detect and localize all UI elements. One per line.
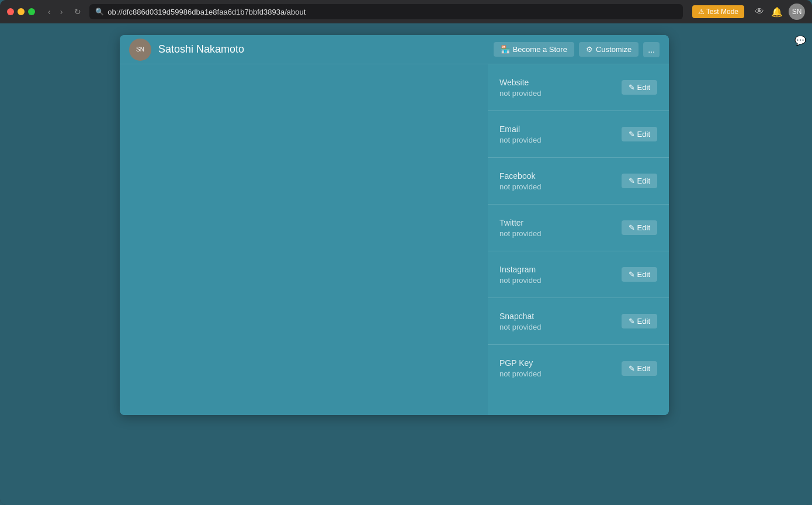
sidebar-chat-icon[interactable]: 💬 bbox=[794, 35, 806, 46]
pgp-value: not provided bbox=[499, 369, 542, 378]
customize-button[interactable]: ⚙ Customize bbox=[579, 42, 639, 57]
website-label: Website bbox=[499, 78, 542, 87]
minimize-button[interactable] bbox=[18, 8, 25, 15]
instagram-content: Instagram not provided bbox=[499, 265, 542, 285]
pgp-edit-button[interactable]: ✎ Edit bbox=[622, 361, 657, 376]
more-button[interactable]: ... bbox=[643, 42, 660, 57]
customize-label: Customize bbox=[596, 45, 631, 54]
instagram-row: Instagram not provided ✎ Edit bbox=[488, 251, 669, 298]
snapchat-row: Snapchat not provided ✎ Edit bbox=[488, 298, 669, 345]
email-label: Email bbox=[499, 124, 542, 134]
email-content: Email not provided bbox=[499, 124, 542, 144]
twitter-label: Twitter bbox=[499, 218, 542, 227]
facebook-label: Facebook bbox=[499, 171, 542, 181]
browser-window: ‹ › ↻ 🔍 ⚠ Test Mode 👁 🔔 SN SN bbox=[0, 0, 812, 505]
user-avatar[interactable]: SN bbox=[789, 4, 805, 20]
page-body: Website not provided ✎ Edit Email not pr… bbox=[120, 64, 669, 415]
profile-header: SN Satoshi Nakamoto 🏪 Become a Store ⚙ C… bbox=[120, 35, 669, 64]
eye-icon-button[interactable]: 👁 bbox=[754, 5, 765, 18]
page-container: SN Satoshi Nakamoto 🏪 Become a Store ⚙ C… bbox=[120, 35, 669, 415]
twitter-row: Twitter not provided ✎ Edit bbox=[488, 205, 669, 251]
become-store-button[interactable]: 🏪 Become a Store bbox=[494, 42, 574, 57]
snapchat-value: not provided bbox=[499, 323, 542, 331]
facebook-edit-button[interactable]: ✎ Edit bbox=[622, 174, 657, 188]
address-bar[interactable] bbox=[107, 8, 676, 16]
store-icon: 🏪 bbox=[501, 45, 510, 54]
right-sidebar: 💬 bbox=[789, 23, 812, 505]
close-button[interactable] bbox=[7, 8, 14, 15]
forward-button[interactable]: › bbox=[57, 6, 67, 18]
facebook-row: Facebook not provided ✎ Edit bbox=[488, 158, 669, 205]
facebook-value: not provided bbox=[499, 182, 542, 191]
twitter-edit-button[interactable]: ✎ Edit bbox=[622, 220, 657, 235]
instagram-value: not provided bbox=[499, 276, 542, 285]
search-icon: 🔍 bbox=[95, 8, 104, 16]
store-label: Become a Store bbox=[513, 45, 567, 54]
test-mode-button[interactable]: ⚠ Test Mode bbox=[692, 5, 744, 18]
profile-name: Satoshi Nakamoto bbox=[158, 43, 487, 56]
snapchat-content: Snapchat not provided bbox=[499, 312, 542, 331]
notification-button[interactable]: 🔔 bbox=[770, 5, 784, 19]
page-wrap: SN Satoshi Nakamoto 🏪 Become a Store ⚙ C… bbox=[0, 23, 789, 505]
instagram-label: Instagram bbox=[499, 265, 542, 274]
pgp-row: PGP Key not provided ✎ Edit bbox=[488, 345, 669, 392]
email-value: not provided bbox=[499, 136, 542, 144]
toolbar-icons: 👁 🔔 SN bbox=[754, 4, 805, 20]
left-panel bbox=[120, 64, 488, 415]
profile-avatar: SN bbox=[129, 39, 151, 61]
maximize-button[interactable] bbox=[28, 8, 35, 15]
browser-content: SN Satoshi Nakamoto 🏪 Become a Store ⚙ C… bbox=[0, 23, 812, 505]
title-bar: ‹ › ↻ 🔍 ⚠ Test Mode 👁 🔔 SN bbox=[0, 0, 812, 23]
pgp-label: PGP Key bbox=[499, 358, 542, 368]
website-row: Website not provided ✎ Edit bbox=[488, 64, 669, 111]
website-edit-button[interactable]: ✎ Edit bbox=[622, 80, 657, 95]
avatar-initials: SN bbox=[792, 8, 802, 16]
instagram-edit-button[interactable]: ✎ Edit bbox=[622, 267, 657, 282]
pgp-content: PGP Key not provided bbox=[499, 358, 542, 378]
avatar-text: SN bbox=[136, 46, 144, 53]
twitter-content: Twitter not provided bbox=[499, 218, 542, 238]
website-content: Website not provided bbox=[499, 78, 542, 98]
facebook-content: Facebook not provided bbox=[499, 171, 542, 191]
twitter-value: not provided bbox=[499, 229, 542, 238]
website-value: not provided bbox=[499, 89, 542, 98]
traffic-lights bbox=[7, 8, 35, 15]
nav-buttons: ‹ › bbox=[44, 6, 66, 18]
header-actions: 🏪 Become a Store ⚙ Customize ... bbox=[494, 42, 660, 57]
right-panel: Website not provided ✎ Edit Email not pr… bbox=[488, 64, 669, 415]
email-row: Email not provided ✎ Edit bbox=[488, 111, 669, 158]
address-bar-container: 🔍 bbox=[89, 4, 682, 19]
snapchat-label: Snapchat bbox=[499, 312, 542, 321]
refresh-button[interactable]: ↻ bbox=[71, 6, 85, 18]
email-edit-button[interactable]: ✎ Edit bbox=[622, 127, 657, 141]
snapchat-edit-button[interactable]: ✎ Edit bbox=[622, 314, 657, 328]
customize-icon: ⚙ bbox=[586, 45, 593, 54]
back-button[interactable]: ‹ bbox=[44, 6, 54, 18]
